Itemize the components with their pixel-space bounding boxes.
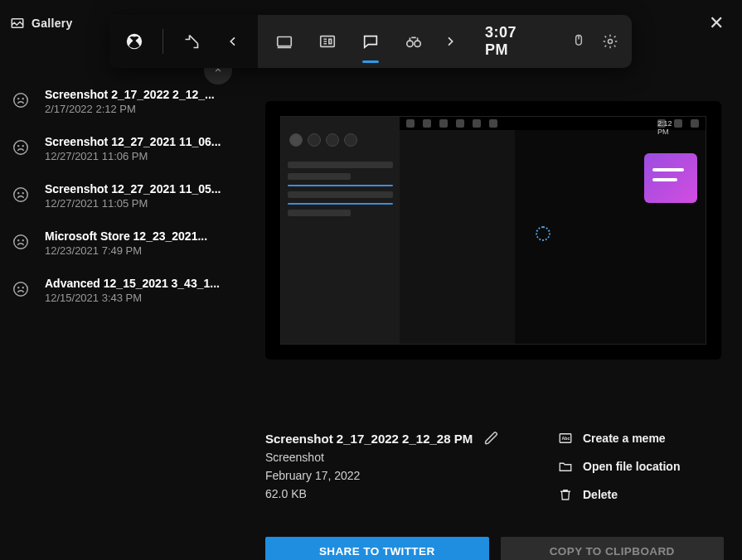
svg-point-22 bbox=[407, 41, 413, 46]
svg-point-13 bbox=[14, 282, 28, 297]
sad-face-icon bbox=[12, 233, 30, 251]
meme-icon: Abc bbox=[558, 431, 573, 446]
svg-point-25 bbox=[609, 40, 613, 44]
screenshot-preview[interactable]: 2:12 PM bbox=[265, 101, 721, 360]
create-meme-label: Create a meme bbox=[583, 432, 666, 445]
svg-point-9 bbox=[22, 193, 23, 194]
delete-label: Delete bbox=[583, 488, 618, 501]
create-meme-action[interactable]: Abc Create a meme bbox=[558, 431, 724, 446]
open-location-action[interactable]: Open file location bbox=[558, 459, 724, 474]
sad-face-icon bbox=[12, 186, 30, 204]
svg-point-12 bbox=[22, 240, 23, 241]
svg-point-6 bbox=[22, 146, 23, 147]
widgets-button[interactable] bbox=[178, 22, 205, 61]
svg-rect-19 bbox=[278, 37, 292, 46]
selected-title: Screenshot 2_17_2022 2_12_28 PM bbox=[265, 432, 473, 446]
share-twitter-button[interactable]: SHARE TO TWITTER bbox=[265, 537, 489, 560]
overlay-clock: 3:07 PM bbox=[470, 24, 557, 59]
svg-point-10 bbox=[14, 235, 28, 249]
svg-point-14 bbox=[18, 287, 19, 288]
svg-point-7 bbox=[14, 188, 28, 202]
sad-face-icon bbox=[12, 280, 30, 298]
performance-widget-button[interactable] bbox=[394, 22, 434, 61]
close-button[interactable]: ✕ bbox=[701, 9, 732, 37]
sad-face-icon bbox=[12, 91, 30, 109]
settings-button[interactable] bbox=[597, 22, 623, 61]
svg-point-4 bbox=[14, 141, 28, 155]
capture-name: Screenshot 2_17_2022 2_12_... bbox=[45, 88, 237, 101]
gallery-title-text: Gallery bbox=[32, 17, 73, 30]
svg-point-23 bbox=[415, 41, 420, 46]
mouse-icon bbox=[570, 33, 587, 50]
capture-item[interactable]: Screenshot 2_17_2022 2_12_...2/17/2022 2… bbox=[12, 88, 237, 115]
widgets-icon bbox=[183, 33, 200, 50]
chevron-right-icon bbox=[444, 35, 457, 48]
gallery-title: Gallery bbox=[10, 16, 73, 31]
capture-item[interactable]: Screenshot 12_27_2021 11_06...12/27/2021… bbox=[12, 135, 237, 162]
capture-name: Microsoft Store 12_23_2021... bbox=[45, 229, 237, 243]
binoculars-icon bbox=[405, 32, 423, 51]
svg-point-11 bbox=[18, 240, 19, 241]
capture-date: 12/27/2021 11:06 PM bbox=[45, 150, 237, 162]
svg-rect-20 bbox=[278, 46, 292, 48]
open-location-label: Open file location bbox=[583, 460, 680, 473]
selected-type: Screenshot bbox=[265, 451, 508, 464]
selected-date: February 17, 2022 bbox=[265, 469, 508, 482]
svg-rect-21 bbox=[321, 36, 335, 47]
delete-action[interactable]: Delete bbox=[558, 487, 724, 502]
copy-clipboard-button[interactable]: COPY TO CLIPBOARD bbox=[501, 537, 725, 560]
game-bar-overlay: 3:07 PM bbox=[109, 15, 632, 68]
gallery-widget-button[interactable] bbox=[351, 22, 390, 61]
selected-size: 62.0 KB bbox=[265, 487, 508, 500]
svg-point-2 bbox=[18, 99, 19, 99]
svg-text:Abc: Abc bbox=[562, 436, 570, 441]
chevron-left-icon bbox=[226, 35, 240, 48]
next-button[interactable] bbox=[437, 22, 463, 61]
trash-icon bbox=[558, 487, 573, 502]
svg-point-8 bbox=[18, 193, 19, 194]
svg-point-5 bbox=[18, 146, 19, 147]
capture-icon bbox=[275, 32, 293, 51]
capture-item[interactable]: Microsoft Store 12_23_2021...12/23/2021 … bbox=[12, 229, 237, 257]
capture-date: 12/15/2021 3:43 PM bbox=[45, 292, 237, 304]
folder-icon bbox=[558, 459, 573, 474]
capture-date: 2/17/2022 2:12 PM bbox=[45, 103, 237, 115]
sad-face-icon bbox=[12, 138, 30, 157]
capture-name: Screenshot 12_27_2021 11_06... bbox=[45, 135, 237, 148]
prev-button[interactable] bbox=[220, 22, 246, 61]
xbox-button[interactable] bbox=[121, 22, 148, 61]
capture-item[interactable]: Screenshot 12_27_2021 11_05...12/27/2021… bbox=[12, 182, 237, 210]
capture-date: 12/23/2021 7:49 PM bbox=[45, 244, 237, 257]
captures-sidebar: Screenshot 2_17_2022 2_12_...2/17/2022 2… bbox=[0, 46, 249, 560]
svg-point-15 bbox=[22, 287, 23, 288]
mic-button[interactable] bbox=[565, 22, 592, 61]
edit-icon[interactable] bbox=[484, 431, 499, 446]
svg-point-1 bbox=[14, 94, 28, 108]
xbox-icon bbox=[125, 32, 143, 51]
capture-widget-button[interactable] bbox=[264, 22, 304, 61]
svg-point-3 bbox=[22, 99, 23, 99]
preview-clock: 2:12 PM bbox=[657, 119, 666, 128]
audio-widget-button[interactable] bbox=[308, 22, 347, 61]
gear-icon bbox=[602, 33, 618, 50]
capture-name: Screenshot 12_27_2021 11_05... bbox=[45, 182, 237, 196]
chat-icon bbox=[361, 32, 380, 51]
capture-date: 12/27/2021 11:05 PM bbox=[45, 197, 237, 210]
capture-item[interactable]: Advanced 12_15_2021 3_43_1...12/15/2021 … bbox=[12, 277, 237, 304]
capture-name: Advanced 12_15_2021 3_43_1... bbox=[45, 277, 237, 290]
preview-image: 2:12 PM bbox=[280, 116, 706, 345]
gallery-icon bbox=[10, 16, 25, 31]
news-icon bbox=[318, 32, 337, 51]
